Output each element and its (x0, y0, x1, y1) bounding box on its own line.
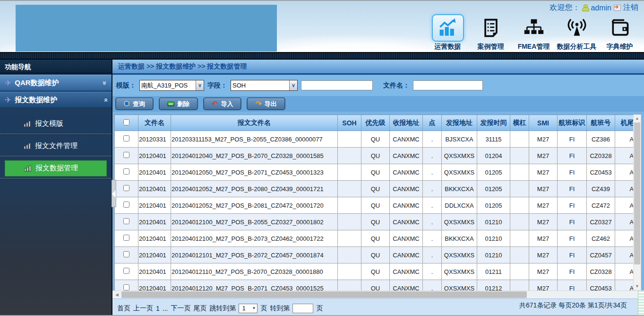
cell-recv-address: CANXMC (390, 280, 423, 291)
sidebar-item-label: 报文数据管理 (35, 164, 78, 173)
nav-item-case-management[interactable]: 案例管理 (469, 14, 512, 52)
cell-select (115, 247, 138, 263)
cell-soh (338, 230, 361, 247)
cell-filename: 20120401 (138, 164, 171, 181)
filename-input[interactable] (413, 80, 483, 90)
select-all-checkbox[interactable] (123, 119, 129, 125)
cell-soh (338, 214, 361, 230)
scroll-left-icon[interactable]: ◀ (113, 291, 120, 298)
cell-send-address: QXSXMXS (442, 247, 477, 263)
cell-recv-address: CANXMC (390, 148, 423, 164)
goto-suffix: 页 (316, 304, 323, 313)
vertical-scrollbar[interactable]: ▲ ▼ (633, 114, 641, 290)
nav-item-dictionary-maintenance[interactable]: 字典维护 (598, 14, 641, 52)
col-filename: 文件名 (138, 115, 171, 131)
page-goto-input[interactable] (292, 304, 313, 313)
sidebar-item-message-data-management[interactable]: 报文数据管理 (5, 160, 107, 176)
field-value-input[interactable] (301, 80, 373, 90)
page-first-link[interactable]: 首页 (117, 304, 130, 313)
cell-message-filename: 201204012110_M27_POS_B-2070_CZ0328_00001… (171, 263, 338, 280)
cell-priority: QU (361, 148, 390, 164)
action-toolbar: 查询 删除 ↶ 导入 ↷ 导出 (112, 96, 644, 112)
page-number-link[interactable]: 1 (156, 305, 160, 312)
sidebar-collapse-handle[interactable] (112, 180, 116, 207)
cell-flight-no: CZ472 (587, 197, 615, 214)
goto-prefix: 转到第 (270, 304, 290, 313)
row-checkbox[interactable] (123, 218, 129, 224)
scroll-up-icon[interactable]: ▲ (634, 115, 641, 122)
cell-tail-mark: AN (615, 263, 634, 280)
cell-select (115, 148, 138, 164)
nav-item-fmea-management[interactable]: FMEA管理 (512, 14, 555, 52)
nav-item-operations-data[interactable]: 运营数据 (426, 14, 469, 52)
scroll-down-icon[interactable]: ▼ (634, 283, 641, 290)
cell-flight-ident: FI (558, 164, 587, 181)
table-row: 20120401201204012100_M27_POS_B-2073_CZ04… (115, 230, 634, 247)
page-next-link[interactable]: 下一页 (171, 304, 190, 313)
cell-select (115, 131, 138, 148)
page-last-link[interactable]: 尾页 (193, 304, 206, 313)
cell-filename: 20120401 (138, 263, 171, 280)
cell-smi: M27 (529, 131, 558, 148)
cell-tail-mark: AN (615, 148, 634, 164)
col-flight-no: 航班号 (587, 115, 615, 131)
cell-priority: QU (361, 214, 390, 230)
cell-flight-ident: FI (558, 263, 587, 280)
horizontal-scrollbar[interactable]: ◀ (112, 290, 644, 298)
logout-link[interactable]: 注销 (623, 3, 638, 13)
sidebar-group-message-data[interactable]: ✈ 报文数据维护 » (0, 92, 112, 108)
row-checkbox[interactable] (123, 152, 129, 158)
field-select[interactable]: SOH ∨ (231, 80, 298, 91)
export-button[interactable]: ↷ 导出 (247, 97, 285, 110)
sidebar-group-qar-data[interactable]: ✈ QAR数据维护 » (0, 75, 112, 91)
cell-priority: QU (361, 230, 390, 247)
template-select[interactable]: 南航_A319_POS ∨ (139, 80, 204, 91)
data-table: 文件名报文文件名SOH优先级收报地址点发报地址发报时间横杠SMI航班标识航班号机… (114, 114, 633, 290)
table-zone: 文件名报文文件名SOH优先级收报地址点发报地址发报时间横杠SMI航班标识航班号机… (112, 112, 644, 290)
col-tail-mark: 机尾标识 (615, 115, 634, 131)
cell-select (115, 263, 138, 280)
nav-label: FMEA管理 (518, 43, 550, 51)
cell-message-filename: 201204012100_M27_POS_B-2055_CZ0327_00001… (171, 214, 338, 230)
cell-message-filename: 201204012101_M27_POS_B-2072_CZ0457_00001… (171, 247, 338, 263)
page-jump-select[interactable]: 1 ▼ (239, 304, 258, 313)
cell-dot: . (423, 214, 442, 230)
vertical-scroll-thumb[interactable] (634, 123, 640, 264)
cell-message-filename: 201203311153_M27_POS_B-2055_CZ0386_00000… (171, 131, 338, 148)
cell-dot: . (423, 164, 442, 181)
col-message-filename: 报文文件名 (171, 115, 338, 131)
sidebar-item-message-file-management[interactable]: 报文文件管理 (5, 138, 107, 154)
search-icon (124, 101, 130, 107)
cell-dot: . (423, 131, 442, 148)
row-checkbox[interactable] (123, 185, 129, 191)
col-dot: 点 (423, 115, 442, 131)
page-prev-link[interactable]: 上一页 (133, 304, 153, 313)
horizontal-scroll-thumb[interactable] (121, 291, 527, 298)
chevron-down-icon: » (101, 81, 109, 85)
row-checkbox[interactable] (123, 135, 129, 141)
cell-dash (510, 181, 529, 197)
cell-soh (338, 131, 361, 148)
row-checkbox[interactable] (123, 202, 129, 208)
cell-dash (510, 197, 529, 214)
delete-button[interactable]: 删除 (159, 97, 198, 110)
sidebar-item-message-template[interactable]: 报文模版 (5, 116, 107, 132)
row-checkbox[interactable] (123, 284, 129, 290)
table-row: 20120401201204012052_M27_POS_B-2081_CZ04… (115, 197, 634, 214)
cell-priority: QU (361, 181, 390, 197)
cell-soh (338, 247, 361, 263)
analysis-antenna-icon (562, 14, 592, 42)
nav-item-data-analysis-tools[interactable]: 数据分析工具 (555, 14, 598, 52)
row-checkbox[interactable] (123, 268, 129, 274)
row-checkbox[interactable] (123, 235, 129, 241)
import-button[interactable]: ↶ 导入 (203, 97, 241, 110)
cell-filename: 20120401 (138, 197, 171, 214)
breadcrumb: 运营数据 >> 报文数据维护 >> 报文数据管理 (118, 62, 247, 71)
search-button[interactable]: 查询 (115, 97, 154, 110)
cell-flight-no: CZ0328 (587, 148, 615, 164)
cell-flight-ident: FI (558, 280, 587, 291)
nav-label: 案例管理 (478, 43, 504, 51)
chevron-down-icon: ∨ (289, 80, 297, 90)
row-checkbox[interactable] (123, 251, 129, 257)
row-checkbox[interactable] (123, 168, 129, 175)
